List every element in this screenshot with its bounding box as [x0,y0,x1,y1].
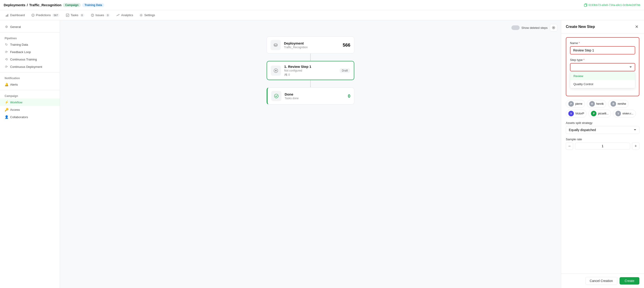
campaign-section: Campaign [0,92,60,99]
panel-footer: Cancel Creation Create [561,273,644,288]
avatar-circle-remihe: R [610,101,616,107]
svg-point-10 [274,44,277,45]
sample-rate-increment[interactable]: + [632,142,640,150]
avatar-picselli[interactable]: P picselli... [588,110,611,117]
avatar-grid: P pierre H henrik R remihe V VictorP [566,100,640,117]
pipelines-section: Pipelines [0,34,60,41]
sidebar-item-continuous-deployment[interactable]: ⟳ Continuous Deployment [0,63,60,70]
notification-section: Notification [0,74,60,81]
top-bar: Deployments / Traffic_Recognition Campai… [0,0,644,10]
svg-point-5 [32,15,33,16]
step-type-group: Step type * Review Quality Control Revie… [570,58,635,88]
step-type-required: * [583,58,584,62]
svg-marker-18 [310,86,311,88]
sidebar-item-continuous-training[interactable]: ⟲ Continuous Training [0,56,60,63]
badge-training[interactable]: Training Data [82,3,104,7]
cancel-creation-button[interactable]: Cancel Creation [586,277,617,285]
avatar-remihe[interactable]: R remihe [608,100,628,108]
avatar-circle-victorp: V [568,111,574,116]
name-input[interactable] [570,46,635,55]
workflow-settings-button[interactable] [550,24,557,31]
done-card[interactable]: Done Tasks done 0 [267,88,354,105]
svg-marker-12 [310,59,311,61]
tab-predictions[interactable]: Predictions 567 [28,12,62,18]
tab-analytics[interactable]: Analytics [114,12,136,18]
workflow-icon: ⚡ [4,100,8,104]
sample-rate-input[interactable] [575,143,630,150]
collaborators-icon: 👤 [4,115,8,119]
dropdown-option-quality-control[interactable]: Quality Control [570,80,635,88]
svg-point-8 [141,15,142,16]
sidebar-item-training-data[interactable]: ↻ Training Data [0,41,60,48]
sidebar-item-alerts[interactable]: 🔔 Alerts [0,81,60,88]
main-layout: ⚙ General Pipelines ↻ Training Data ⟳ Fe… [0,20,644,288]
content-area: Show deleted steps Deployment Traffic_Re… [60,20,561,288]
panel-form-section: Name * Step type * Review Quality Contro… [566,37,640,96]
breadcrumb-deployments[interactable]: Deployments [4,3,25,7]
assets-split-group: Assets split strategy Equally dispatched [566,121,640,134]
general-icon: ⚙ [4,25,8,29]
continuous-training-icon: ⟲ [4,58,8,61]
continuous-deployment-icon: ⟳ [4,65,8,69]
close-panel-button[interactable]: ✕ [634,24,640,30]
review-step-users: 0 [284,73,336,76]
name-label: Name * [570,41,635,45]
review-step-card[interactable]: 1. Review Step 1 Not configured 0 Draft [267,61,354,80]
svg-rect-3 [8,14,8,17]
training-data-icon: ↻ [4,43,8,46]
review-step-icon [271,66,281,76]
step-type-select[interactable]: Review Quality Control [570,63,635,71]
sample-rate-row: − + [566,142,640,150]
deployment-info: Deployment Traffic_Recognition [284,41,340,49]
sidebar-item-feedback-loop[interactable]: ⟳ Feedback Loop [0,48,60,56]
breadcrumb-project[interactable]: Traffic_Recognition [29,3,61,7]
tab-dashboard[interactable]: Dashboard [3,12,28,18]
tab-tasks[interactable]: Tasks 0 [63,12,87,18]
avatar-victorp[interactable]: V VictorP [566,110,586,117]
avatar-henrik[interactable]: H henrik [587,100,606,108]
sidebar-item-workflow[interactable]: ⚡ Workflow [0,99,60,106]
chart-icon [6,14,9,17]
dropdown-option-review[interactable]: Review [570,72,635,80]
tab-settings[interactable]: Settings [137,12,158,18]
badge-campaign[interactable]: Campaign [63,3,81,7]
tab-issues[interactable]: Issues 0 [88,12,113,18]
gear-icon [552,26,556,30]
feedback-loop-icon: ⟳ [4,50,8,54]
avatar-pierre[interactable]: P pierre [566,100,585,108]
assets-split-select[interactable]: Equally dispatched [566,126,640,134]
nav-tabs: Dashboard Predictions 567 Tasks 0 Issues… [0,10,644,20]
access-icon: 🔑 [4,108,8,111]
sidebar-divider-2 [0,72,60,73]
sidebar: ⚙ General Pipelines ↻ Training Data ⟳ Fe… [0,20,60,288]
avatar-vivienr[interactable]: V vivien.r... [613,110,636,117]
svg-point-9 [553,27,554,28]
deployment-icon [270,40,281,50]
workflow-steps: Deployment Traffic_Recognition 566 1. Re… [267,37,354,105]
panel-header: Create New Step ✕ [561,20,644,34]
step-type-dropdown: Review Quality Control [570,72,635,88]
sidebar-item-collaborators[interactable]: 👤 Collaborators [0,113,60,121]
review-step-info: 1. Review Step 1 Not configured 0 [284,65,336,76]
sample-rate-group: Sample rate − + [566,138,640,150]
svg-rect-2 [7,15,8,17]
svg-rect-1 [6,16,6,17]
avatar-circle-henrik: H [589,101,595,107]
draft-badge: Draft [340,68,350,73]
deployment-card[interactable]: Deployment Traffic_Recognition 566 [267,37,354,54]
avatar-circle-pierre: P [568,101,574,107]
panel-title: Create New Step [566,25,595,29]
breadcrumb: Deployments / Traffic_Recognition Campai… [4,3,584,7]
connector-2 [267,80,354,88]
sidebar-item-access[interactable]: 🔑 Access [0,106,60,113]
sample-rate-decrement[interactable]: − [566,142,573,150]
create-button[interactable]: Create [620,277,640,284]
show-deleted-toggle[interactable] [511,25,520,30]
sidebar-item-general[interactable]: ⚙ General [0,23,60,31]
svg-rect-0 [584,4,586,7]
done-info: Done Tasks done [285,92,344,100]
assets-split-label: Assets split strategy [566,121,640,125]
panel-body: Name * Step type * Review Quality Contro… [561,34,644,273]
analytics-icon [116,14,120,17]
predictions-icon [31,14,34,17]
